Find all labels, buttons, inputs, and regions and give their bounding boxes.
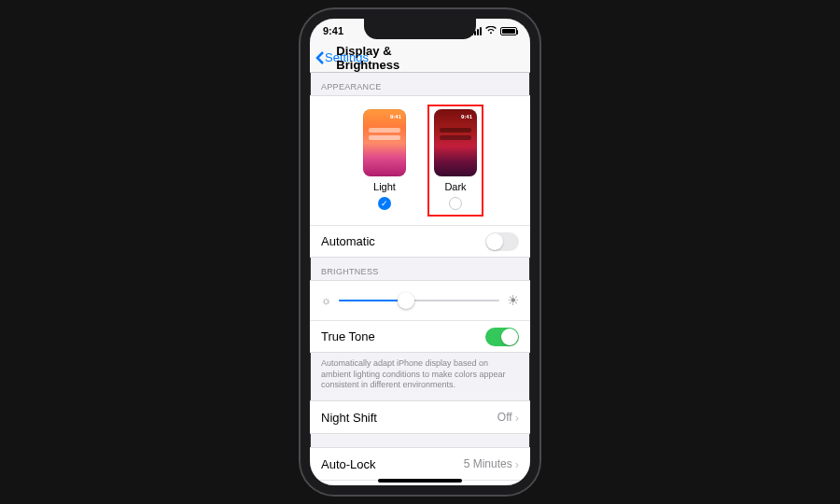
light-label: Light [373, 181, 396, 192]
night-shift-row[interactable]: Night Shift Off › [310, 401, 530, 433]
appearance-option-dark[interactable]: 9:41 Dark [428, 105, 483, 216]
true-tone-toggle[interactable] [485, 328, 519, 346]
appearance-option-light[interactable]: 9:41 Light [357, 105, 412, 216]
notch [364, 19, 476, 39]
sun-large-icon: ☀ [507, 292, 519, 309]
chevron-right-icon: › [515, 411, 519, 425]
night-shift-value: Off [497, 411, 512, 424]
appearance-header: APPEARANCE [310, 73, 530, 95]
settings-scroll[interactable]: APPEARANCE 9:41 Light 9:41 Dark [310, 73, 530, 485]
home-indicator[interactable] [378, 479, 462, 483]
page-title: Display & Brightness [336, 44, 446, 72]
dark-label: Dark [444, 181, 466, 192]
chevron-right-icon: › [515, 457, 519, 471]
iphone-frame: 9:41 Settings Display & Brightness APPEA… [301, 9, 539, 495]
battery-icon [500, 27, 517, 35]
dark-radio-unchecked-icon[interactable] [449, 197, 462, 210]
brightness-slider[interactable] [339, 300, 499, 301]
brightness-header: BRIGHTNESS [310, 258, 530, 280]
sun-small-icon: ☼ [321, 294, 331, 307]
automatic-row: Automatic [310, 225, 530, 257]
auto-lock-value: 5 Minutes [464, 457, 512, 470]
true-tone-label: True Tone [321, 329, 375, 343]
wifi-icon [485, 26, 497, 36]
automatic-toggle[interactable] [485, 232, 519, 251]
light-radio-checked-icon[interactable] [378, 197, 391, 210]
true-tone-footer: Automatically adapt iPhone display based… [310, 353, 530, 391]
dark-preview-thumbnail: 9:41 [434, 109, 477, 176]
auto-lock-label: Auto-Lock [321, 457, 376, 471]
nav-bar: Settings Display & Brightness [310, 43, 530, 73]
true-tone-row: True Tone [310, 320, 530, 352]
status-time: 9:41 [323, 25, 343, 36]
night-shift-label: Night Shift [321, 411, 377, 425]
brightness-slider-row: ☼ ☀ [310, 281, 530, 320]
appearance-options: 9:41 Light 9:41 Dark [310, 96, 530, 225]
automatic-label: Automatic [321, 234, 375, 248]
auto-lock-row[interactable]: Auto-Lock 5 Minutes › [310, 448, 530, 480]
light-preview-thumbnail: 9:41 [363, 109, 406, 176]
